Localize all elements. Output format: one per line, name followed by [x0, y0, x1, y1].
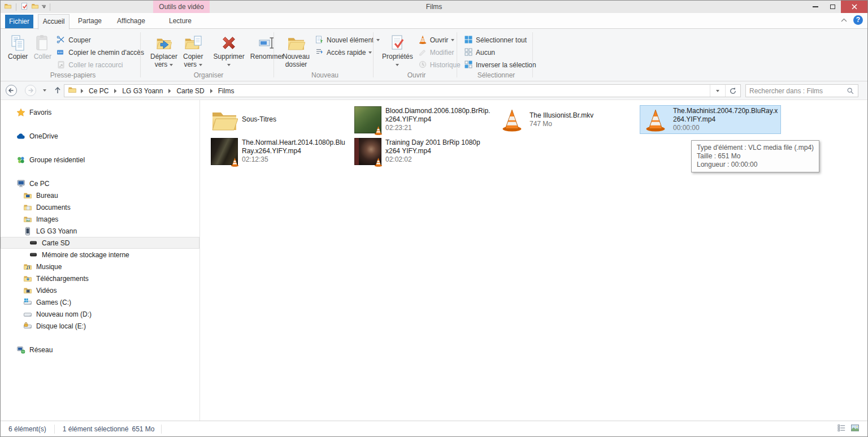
search-input[interactable]: [746, 87, 843, 95]
forward-button[interactable]: [22, 84, 39, 97]
file-tile-blood-diamond[interactable]: Blood.Diamond.2006.1080p.BrRip.x264.YIFY…: [352, 105, 493, 134]
tooltip-size: Taille : 651 Mo: [697, 152, 814, 161]
file-tile-sous-titres[interactable]: Sous-Titres: [209, 105, 350, 134]
music-folder-icon: [23, 262, 32, 271]
file-tile-illusionist[interactable]: The Illusionist.Br.mkv 747 Mo: [496, 105, 637, 134]
copy-path-icon: [57, 47, 66, 58]
tab-lecture[interactable]: Lecture: [163, 14, 197, 29]
select-all-icon: [464, 35, 473, 46]
sidebar-item-games-c[interactable]: Games (C:): [1, 296, 199, 308]
copy-to-icon: [184, 33, 202, 53]
paste-button[interactable]: Coller: [31, 32, 54, 62]
breadcrumb-separator-icon[interactable]: [112, 88, 118, 94]
select-none-button[interactable]: Aucun: [462, 46, 539, 59]
title-bar: Outils de vidéo Films: [1, 1, 867, 13]
sidebar-item-lg-g3-yoann[interactable]: LG G3 Yoann: [1, 225, 199, 237]
customize-qat-chevron-icon[interactable]: [42, 5, 46, 8]
contextual-tab-video-tools[interactable]: Outils de vidéo: [153, 1, 210, 13]
video-thumbnail: [211, 138, 238, 165]
file-tile-machinist-selected[interactable]: The.Machinist.2004.720p.BluRay.x264.YIFY…: [640, 105, 781, 134]
breadcrumb-lg-g3-yoann[interactable]: LG G3 Yoann: [118, 85, 167, 97]
tab-accueil[interactable]: Accueil: [38, 14, 70, 29]
open-button[interactable]: Ouvrir: [416, 34, 463, 46]
sidebar-item-disque-local-e[interactable]: Disque local (E:): [1, 320, 199, 332]
breadcrumb-separator-icon[interactable]: [209, 88, 214, 94]
help-icon[interactable]: ?: [853, 15, 863, 25]
file-tile-normal-heart[interactable]: The.Normal.Heart.2014.1080p.BluRay.x264.…: [209, 137, 350, 166]
back-button[interactable]: [1, 84, 22, 97]
copy-path-button[interactable]: Copier le chemin d'accès: [54, 46, 146, 59]
copy-to-button[interactable]: Copier vers: [180, 32, 206, 70]
search-icon[interactable]: [843, 87, 858, 95]
sidebar-item-nouveau-nom-d[interactable]: Nouveau nom (D:): [1, 308, 199, 320]
breadcrumb-carte-sd[interactable]: Carte SD: [172, 85, 208, 97]
separator: [161, 425, 162, 434]
minimize-button[interactable]: [807, 1, 824, 13]
address-dropdown-chevron-icon[interactable]: [710, 85, 725, 97]
new-folder-icon[interactable]: [31, 2, 39, 12]
new-item-button[interactable]: Nouvel élément: [313, 34, 382, 46]
location-folder-icon: [64, 85, 79, 96]
select-all-button[interactable]: Sélectionner tout: [462, 34, 539, 46]
cut-button[interactable]: Couper: [54, 34, 146, 46]
thumbnails-view-button[interactable]: [850, 423, 860, 434]
maximize-button[interactable]: [824, 1, 841, 13]
breadcrumb-separator-icon[interactable]: [167, 88, 172, 94]
details-view-button[interactable]: [837, 423, 846, 434]
minimize-ribbon-chevron-icon[interactable]: [840, 16, 848, 24]
sidebar-item-reseau[interactable]: Réseau: [1, 344, 199, 356]
properties-icon: [388, 33, 406, 53]
breadcrumb-bar[interactable]: Ce PC LG G3 Yoann Carte SD Films: [64, 84, 741, 97]
move-to-button[interactable]: Déplacer vers: [147, 32, 180, 70]
pictures-folder-icon: [23, 215, 32, 224]
documents-folder-icon: [23, 203, 32, 212]
locked-drive-icon: [23, 322, 32, 331]
file-tile-training-day[interactable]: Training Day 2001 BrRip 1080p x264 YIFY.…: [352, 137, 493, 166]
breadcrumb-ce-pc[interactable]: Ce PC: [85, 85, 112, 97]
delete-button[interactable]: Supprimer: [210, 32, 247, 70]
recent-pages-chevron-icon[interactable]: [39, 89, 50, 92]
close-button[interactable]: [841, 1, 867, 13]
sidebar-item-favoris[interactable]: Favoris: [1, 106, 199, 118]
delete-icon: [220, 33, 238, 53]
invert-selection-button[interactable]: Inverser la sélection: [462, 59, 539, 71]
file-tooltip: Type d'élément : VLC media file (.mp4) T…: [691, 140, 819, 172]
group-label-organize: Organiser: [143, 71, 274, 79]
rename-icon: [258, 33, 276, 53]
tab-partage[interactable]: Partage: [73, 14, 107, 29]
refresh-icon[interactable]: [725, 85, 740, 97]
move-to-icon: [155, 33, 173, 53]
sidebar-item-onedrive[interactable]: OneDrive: [1, 130, 199, 142]
sidebar-item-carte-sd[interactable]: Carte SD: [1, 237, 199, 249]
sidebar-item-documents[interactable]: Documents: [1, 201, 199, 213]
ribbon-group-organize: Déplacer vers Copier vers Supprimer Reno…: [143, 29, 274, 81]
sidebar-item-ce-pc[interactable]: Ce PC: [1, 178, 199, 189]
tab-fichier[interactable]: Fichier: [5, 15, 33, 28]
sidebar-item-videos[interactable]: Vidéos: [1, 284, 199, 296]
sidebar-item-telechargements[interactable]: Téléchargements: [1, 272, 199, 284]
new-folder-button[interactable]: Nouveau dossier: [280, 32, 313, 70]
tab-affichage[interactable]: Affichage: [111, 14, 151, 29]
sidebar-item-bureau[interactable]: Bureau: [1, 189, 199, 201]
invert-selection-icon: [464, 60, 473, 71]
edit-button[interactable]: Modifier: [416, 46, 463, 59]
copy-button[interactable]: Copier: [5, 32, 31, 62]
vlc-cone-icon: [418, 35, 427, 46]
history-button[interactable]: Historique: [416, 59, 463, 71]
properties-icon[interactable]: [20, 2, 28, 12]
sidebar-item-groupe-residentiel[interactable]: Groupe résidentiel: [1, 154, 199, 166]
paste-shortcut-button[interactable]: Coller le raccourci: [54, 59, 146, 71]
selection-size: 651 Mo: [132, 425, 154, 433]
sidebar-item-musique[interactable]: Musique: [1, 261, 199, 272]
pencil-icon: [418, 47, 427, 58]
sidebar-item-memoire-interne[interactable]: Mémoire de stockage interne: [1, 249, 199, 261]
quick-access-button[interactable]: Accès rapide: [313, 46, 382, 59]
sidebar-item-images[interactable]: Images: [1, 213, 199, 225]
properties-button[interactable]: Propriétés: [379, 32, 416, 70]
group-label-new: Nouveau: [276, 71, 374, 79]
breadcrumb-separator-icon[interactable]: [79, 88, 85, 94]
folder-icon[interactable]: [4, 2, 12, 12]
up-button[interactable]: [50, 86, 65, 95]
breadcrumb-films[interactable]: Films: [214, 85, 238, 97]
ribbon-tab-row: Fichier Accueil Partage Affichage Lectur…: [1, 13, 867, 29]
